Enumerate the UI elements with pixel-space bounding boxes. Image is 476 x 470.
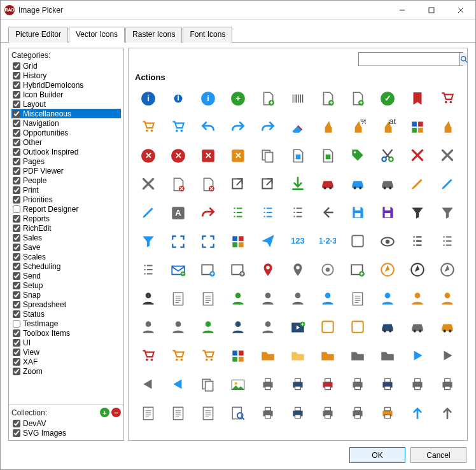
category-item[interactable]: Sales [11, 233, 121, 242]
printer-gray-icon[interactable] [255, 372, 281, 397]
printer-blue2-icon[interactable] [284, 401, 311, 426]
collection-list[interactable]: DevAVSVG Images [9, 418, 123, 438]
tag-icon[interactable] [344, 143, 371, 169]
user-plus-icon[interactable] [165, 315, 192, 340]
close-square-orange-icon[interactable]: ✕ [225, 143, 251, 169]
num-1-2-3-icon[interactable]: 1·2·3 [314, 229, 341, 254]
category-checkbox[interactable] [13, 167, 20, 175]
category-checkbox[interactable] [13, 272, 20, 280]
search-input[interactable] [359, 53, 459, 66]
category-item[interactable]: Grid [11, 61, 121, 71]
category-item[interactable]: XAF [11, 357, 121, 366]
user-star-icon[interactable] [255, 286, 281, 312]
category-checkbox[interactable] [13, 263, 20, 270]
category-checkbox[interactable] [13, 148, 20, 156]
list-lines-gray-icon[interactable] [434, 229, 461, 254]
category-checkbox[interactable] [13, 358, 20, 366]
category-checkbox[interactable] [13, 177, 20, 184]
category-item[interactable]: Print [11, 185, 121, 195]
category-item[interactable]: Scales [11, 252, 121, 261]
info-small-icon[interactable]: i [165, 86, 192, 111]
delete-x-red-icon[interactable] [404, 143, 431, 169]
category-checkbox[interactable] [13, 310, 20, 318]
panel-add-red-icon[interactable] [225, 258, 251, 283]
printer-dot-icon[interactable] [314, 372, 341, 397]
category-item[interactable]: Pages [11, 156, 121, 166]
cart-sm-orange-icon[interactable] [165, 343, 192, 369]
prev-gray-icon[interactable] [135, 372, 162, 397]
user-dark-icon[interactable] [135, 286, 162, 312]
cart-red-icon[interactable] [434, 86, 461, 111]
category-checkbox[interactable] [13, 349, 20, 356]
tab-picture-editor[interactable]: Picture Editor [8, 27, 68, 43]
download-green-icon[interactable] [284, 172, 311, 197]
check-circle-icon[interactable]: ✓ [374, 86, 401, 111]
back-arrow-icon[interactable] [314, 200, 341, 226]
location-circle-icon[interactable] [314, 258, 341, 283]
send-up-gray-icon[interactable] [434, 401, 461, 426]
card-gray-icon[interactable] [404, 315, 431, 340]
cart-plus-icon[interactable] [135, 343, 162, 369]
user-doc-icon[interactable] [255, 315, 281, 340]
car-blue-icon[interactable] [344, 172, 371, 197]
user-star2-icon[interactable] [404, 286, 431, 312]
category-item[interactable]: View [11, 347, 121, 357]
folder-orange-icon[interactable] [255, 343, 281, 369]
category-item[interactable]: People [11, 176, 121, 185]
close-square-red-icon[interactable]: ✕ [195, 143, 221, 169]
category-item[interactable]: Reports [11, 214, 121, 223]
category-checkbox[interactable] [13, 253, 20, 261]
category-item[interactable]: Navigation [11, 118, 121, 128]
collection-item[interactable]: SVG Images [11, 428, 121, 438]
category-checkbox[interactable] [13, 282, 20, 289]
money-page-icon[interactable] [314, 143, 341, 169]
user-orange-icon[interactable] [434, 286, 461, 312]
broom-percent-icon[interactable]: % [344, 114, 371, 140]
add-document-icon[interactable] [255, 86, 281, 111]
printer-cal4-icon[interactable] [434, 372, 461, 397]
category-item[interactable]: Report Designer [11, 204, 121, 214]
tiles-color-icon[interactable] [404, 114, 431, 140]
folder-gray2-icon[interactable] [374, 343, 401, 369]
category-checkbox[interactable] [13, 329, 20, 337]
eye-icon[interactable] [374, 229, 401, 254]
printer-sm-icon[interactable] [255, 401, 281, 426]
collection-checkbox[interactable] [13, 429, 20, 437]
category-item[interactable]: Scheduling [11, 261, 121, 271]
send-icon[interactable] [255, 229, 281, 254]
page-add-icon[interactable] [314, 86, 341, 111]
location-red-icon[interactable] [255, 258, 281, 283]
collection-add-button[interactable]: + [100, 408, 109, 417]
close-circle-red2-icon[interactable]: ✕ [165, 143, 192, 169]
user-gray-icon[interactable] [284, 286, 311, 312]
printer-bolt-icon[interactable] [374, 401, 401, 426]
fullscreen-icon[interactable] [165, 229, 192, 254]
fullscreen-alt-icon[interactable] [195, 229, 221, 254]
mail-add-icon[interactable] [165, 258, 192, 283]
list-sm-icon[interactable] [135, 258, 162, 283]
num-123-icon[interactable]: 123 [284, 229, 311, 254]
category-item[interactable]: Save [11, 242, 121, 252]
redo-alt-icon[interactable] [255, 114, 281, 140]
user-gray2-icon[interactable] [135, 315, 162, 340]
open-external-sm-icon[interactable] [255, 172, 281, 197]
search-button[interactable] [459, 53, 468, 66]
category-checkbox[interactable] [13, 244, 20, 251]
list-lines-icon[interactable] [404, 229, 431, 254]
panel-add-icon[interactable] [195, 258, 221, 283]
doc-lines-icon[interactable] [135, 401, 162, 426]
filter-dark-icon[interactable] [404, 200, 431, 226]
category-item[interactable]: Zoom [11, 366, 121, 376]
category-checkbox[interactable] [13, 100, 20, 108]
category-checkbox[interactable] [13, 120, 20, 127]
category-checkbox[interactable] [13, 158, 20, 165]
doc-zoom-icon[interactable] [225, 401, 251, 426]
close-circle-red-icon[interactable]: ✕ [135, 143, 162, 169]
printer-star-icon[interactable] [344, 401, 371, 426]
tiles-blue-icon[interactable] [225, 343, 251, 369]
list-add-gray-icon[interactable] [284, 200, 311, 226]
printer-cal3-icon[interactable] [404, 372, 431, 397]
category-checkbox[interactable] [13, 234, 20, 242]
list-add-blue-icon[interactable] [255, 200, 281, 226]
category-item[interactable]: Layout [11, 99, 121, 109]
